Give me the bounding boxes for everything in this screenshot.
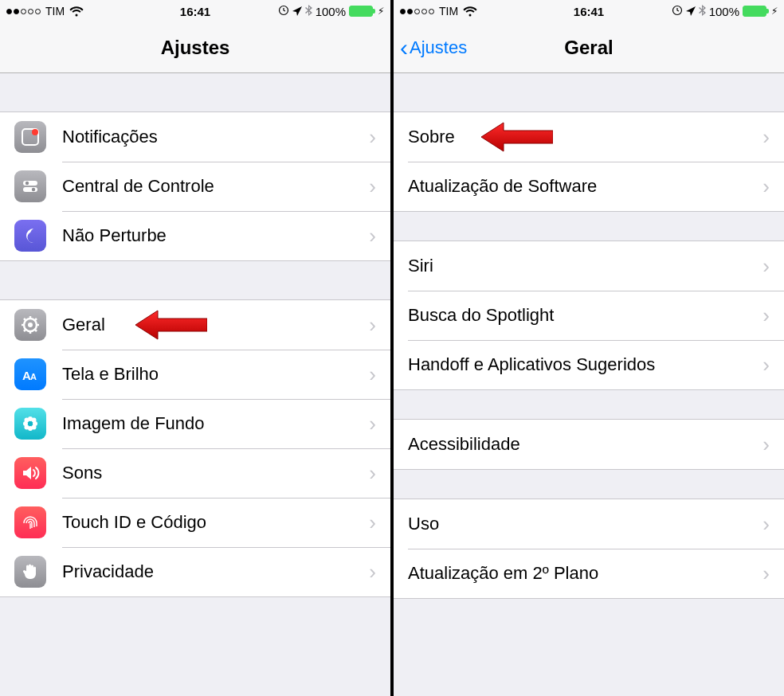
row-spotlight[interactable]: Busca do Spotlight › [394, 291, 784, 340]
row-label: Tela e Brilho [62, 364, 369, 385]
chevron-right-icon: › [762, 254, 770, 279]
svg-point-26 [32, 425, 37, 430]
row-touchid[interactable]: Touch ID e Código › [0, 498, 390, 547]
group-spacer [0, 73, 390, 111]
screen-general: TIM 16:41 100% ⚡︎ ‹ Ajustes Geral [394, 0, 784, 696]
svg-point-4 [25, 182, 29, 185]
svg-point-25 [25, 425, 29, 430]
row-privacy[interactable]: Privacidade › [0, 547, 390, 596]
svg-point-27 [28, 421, 33, 426]
svg-rect-3 [23, 181, 37, 186]
row-siri[interactable]: Siri › [394, 241, 784, 291]
bluetooth-icon [699, 5, 706, 18]
settings-group-1: Notificações › Central de Controle › Não… [0, 111, 390, 261]
flower-icon [14, 408, 46, 440]
svg-line-16 [35, 319, 37, 320]
row-general[interactable]: Geral › [0, 300, 390, 350]
group-spacer [394, 212, 784, 240]
location-icon [292, 5, 302, 18]
row-display[interactable]: AA Tela e Brilho › [0, 350, 390, 399]
row-label: Siri [408, 256, 762, 276]
chevron-right-icon: › [369, 510, 376, 535]
svg-point-6 [32, 188, 35, 191]
chevron-right-icon: › [762, 561, 770, 586]
group-spacer [394, 73, 784, 111]
bluetooth-icon [305, 5, 312, 18]
nav-bar: Ajustes [0, 22, 390, 73]
back-label: Ajustes [410, 37, 467, 58]
row-label: Notificações [62, 127, 369, 147]
chevron-right-icon: › [369, 224, 376, 248]
chevron-right-icon: › [762, 125, 770, 150]
row-sounds[interactable]: Sons › [0, 448, 390, 498]
row-software-update[interactable]: Atualização de Software › [394, 162, 784, 211]
general-group-3: Acessibilidade › [394, 419, 784, 470]
back-button[interactable]: ‹ Ajustes [400, 36, 467, 60]
row-wallpaper[interactable]: Imagem de Fundo › [0, 399, 390, 448]
battery-icon [743, 6, 766, 17]
text-size-icon: AA [14, 358, 46, 390]
row-do-not-disturb[interactable]: Não Perturbe › [0, 211, 390, 260]
general-group-1: Sobre › Atualização de Software › [394, 111, 784, 212]
wifi-icon [69, 6, 84, 17]
row-notifications[interactable]: Notificações › [0, 112, 390, 162]
row-background-refresh[interactable]: Atualização em 2º Plano › [394, 549, 784, 598]
chevron-right-icon: › [762, 303, 770, 328]
row-label: Handoff e Aplicativos Sugeridos [408, 354, 762, 375]
chevron-right-icon: › [369, 174, 376, 199]
signal-strength-icon [400, 9, 434, 14]
screen-settings: TIM 16:41 100% ⚡︎ Ajustes [0, 0, 390, 696]
chevron-right-icon: › [369, 362, 376, 387]
row-label: Busca do Spotlight [408, 305, 762, 326]
general-group-4: Uso › Atualização em 2º Plano › [394, 499, 784, 599]
settings-group-2: Geral › AA Tela e Brilho › Imagem de Fun… [0, 299, 390, 597]
page-title: Ajustes [161, 37, 230, 59]
row-handoff[interactable]: Handoff e Aplicativos Sugeridos › [394, 340, 784, 389]
row-label: Atualização de Software [408, 176, 762, 197]
notifications-icon [14, 121, 46, 153]
status-left: TIM [400, 5, 477, 18]
row-label: Geral [62, 315, 369, 335]
charging-icon: ⚡︎ [771, 6, 778, 17]
chevron-right-icon: › [369, 412, 376, 436]
chevron-right-icon: › [369, 461, 376, 486]
row-label: Sons [62, 463, 369, 483]
battery-pct: 100% [709, 5, 739, 18]
charging-icon: ⚡︎ [378, 6, 384, 17]
rotation-lock-icon [278, 5, 289, 18]
row-label: Privacidade [62, 561, 369, 582]
chevron-right-icon: › [369, 560, 376, 585]
group-spacer [394, 470, 784, 499]
chevron-right-icon: › [369, 125, 376, 150]
battery-icon [349, 6, 373, 17]
svg-point-24 [32, 418, 37, 423]
row-label: Touch ID e Código [62, 512, 369, 533]
hand-icon [14, 556, 46, 588]
group-spacer [0, 261, 390, 299]
nav-bar: ‹ Ajustes Geral [394, 22, 784, 73]
gear-icon [14, 309, 46, 341]
signal-strength-icon [6, 9, 41, 14]
row-label: Acessibilidade [408, 434, 762, 455]
chevron-right-icon: › [762, 512, 770, 537]
svg-point-2 [32, 129, 38, 135]
svg-rect-5 [23, 187, 37, 192]
row-usage[interactable]: Uso › [394, 499, 784, 549]
page-title: Geral [564, 37, 613, 59]
speaker-icon [14, 457, 46, 489]
row-label: Não Perturbe [62, 225, 369, 246]
row-label: Sobre [408, 127, 762, 147]
status-bar: TIM 16:41 100% ⚡︎ [394, 0, 784, 22]
row-label: Uso [408, 514, 762, 534]
carrier-label: TIM [45, 5, 65, 18]
chevron-right-icon: › [762, 353, 770, 377]
row-accessibility[interactable]: Acessibilidade › [394, 420, 784, 469]
row-label: Atualização em 2º Plano [408, 563, 762, 584]
row-label: Imagem de Fundo [62, 413, 369, 434]
row-about[interactable]: Sobre › [394, 112, 784, 162]
carrier-label: TIM [439, 5, 458, 18]
row-control-center[interactable]: Central de Controle › [0, 162, 390, 211]
status-right: 100% ⚡︎ [672, 5, 778, 18]
fingerprint-icon [14, 506, 46, 538]
svg-point-23 [25, 418, 29, 423]
